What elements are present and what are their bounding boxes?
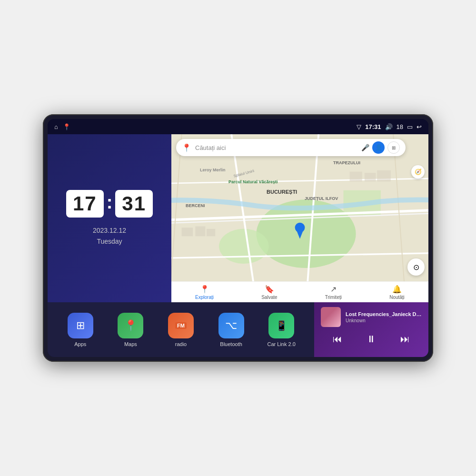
maps-icon: 📍 xyxy=(118,313,143,338)
news-label: Noutăți xyxy=(389,295,405,300)
carlink-label: Car Link 2.0 xyxy=(268,341,296,347)
svg-point-2 xyxy=(219,229,269,264)
share-label: Trimiteți xyxy=(325,295,342,300)
map-nav-bar: 📍 Explorați 🔖 Salvate ↗ Trimiteți 🔔 xyxy=(171,281,428,302)
map-nav-share[interactable]: ↗ Trimiteți xyxy=(325,285,342,300)
music-top: Lost Frequencies_Janieck Devy-... Unknow… xyxy=(321,307,422,327)
account-icon[interactable]: 👤 xyxy=(372,141,385,154)
radio-label: radio xyxy=(175,341,187,347)
location-icon: ⊙ xyxy=(413,263,419,272)
svg-rect-14 xyxy=(207,229,215,237)
map-search-bar[interactable]: 📍 Căutați aici 🎤 👤 ⊞ xyxy=(176,139,406,156)
explore-label: Explorați xyxy=(195,295,214,300)
saved-icon: 🔖 xyxy=(265,285,274,294)
music-controls: ⏮ ⏸ ⏭ xyxy=(321,332,422,347)
volume-icon: 🔊 xyxy=(385,123,393,130)
album-art xyxy=(321,307,341,327)
svg-rect-16 xyxy=(365,173,376,181)
location-button[interactable]: ⊙ xyxy=(407,258,425,276)
device-frame: ⌂ 📍 ▽ 17:31 🔊 18 ▭ ↩ 17 : xyxy=(43,114,433,362)
clock-hours: 17 xyxy=(66,190,104,218)
bluetooth-label: Bluetooth xyxy=(220,341,242,347)
explore-icon: 📍 xyxy=(200,285,209,294)
app-item-radio[interactable]: FM radio xyxy=(167,313,195,347)
map-search-icons: 🎤 👤 ⊞ xyxy=(361,141,400,154)
home-icon[interactable]: ⌂ xyxy=(54,123,58,130)
clock-colon: : xyxy=(107,192,113,213)
bluetooth-icon: ⌥ xyxy=(218,313,244,338)
app-item-maps[interactable]: 📍 Maps xyxy=(116,313,145,347)
status-time: 17:31 xyxy=(365,123,381,130)
svg-rect-13 xyxy=(195,226,205,236)
main-content: 17 : 31 2023.12.12 Tuesday xyxy=(48,134,428,357)
app-item-apps[interactable]: ⊞ Apps xyxy=(66,313,95,347)
map-nav-news[interactable]: 🔔 Noutăți xyxy=(389,285,405,300)
map-nav-saved[interactable]: 🔖 Salvate xyxy=(261,285,277,300)
clock-panel: 17 : 31 2023.12.12 Tuesday xyxy=(48,134,171,302)
back-icon[interactable]: ↩ xyxy=(416,123,422,130)
map-label-bucuresti: BUCUREȘTI xyxy=(267,189,297,195)
clock-minutes: 31 xyxy=(115,190,153,218)
apps-area: ⊞ Apps 📍 Maps FM radio xyxy=(48,302,314,357)
compass-icon[interactable]: 🧭 xyxy=(411,165,425,178)
google-maps-pin-icon: 📍 xyxy=(182,143,191,152)
map-label-parc: Parcul Natural Văcărești xyxy=(228,179,278,184)
device-screen: ⌂ 📍 ▽ 17:31 🔊 18 ▭ ↩ 17 : xyxy=(48,119,428,357)
share-icon: ↗ xyxy=(330,285,337,294)
play-pause-button[interactable]: ⏸ xyxy=(363,332,380,347)
maps-status-icon[interactable]: 📍 xyxy=(63,123,70,130)
maps-label: Maps xyxy=(124,341,137,347)
music-player: Lost Frequencies_Janieck Devy-... Unknow… xyxy=(314,302,428,357)
grid-icon[interactable]: ⊞ xyxy=(387,141,400,154)
top-section: 17 : 31 2023.12.12 Tuesday xyxy=(48,134,428,302)
status-bar: ⌂ 📍 ▽ 17:31 🔊 18 ▭ ↩ xyxy=(48,119,428,134)
clock-display: 17 : 31 xyxy=(66,190,153,218)
svg-rect-15 xyxy=(350,171,362,181)
carlink-icon: 📱 xyxy=(268,313,294,338)
radio-icon-bg: FM xyxy=(168,313,194,338)
battery-icon: ▭ xyxy=(407,123,413,130)
svg-rect-17 xyxy=(377,170,391,182)
voice-search-icon[interactable]: 🎤 xyxy=(361,144,369,151)
saved-label: Salvate xyxy=(261,295,277,300)
map-label-trapezului: TRAPEZULUI xyxy=(333,160,360,165)
map-terrain xyxy=(171,134,428,302)
status-left-icons: ⌂ 📍 xyxy=(54,123,70,130)
status-right-info: ▽ 17:31 🔊 18 ▭ ↩ xyxy=(357,123,422,130)
map-panel[interactable]: 📍 Căutați aici 🎤 👤 ⊞ xyxy=(171,134,428,302)
bottom-section: ⊞ Apps 📍 Maps FM radio xyxy=(48,302,428,357)
signal-icon: ▽ xyxy=(357,123,361,130)
battery-level: 18 xyxy=(397,123,403,130)
apps-icon: ⊞ xyxy=(68,313,93,338)
music-artist: Unknown xyxy=(346,318,422,323)
svg-rect-12 xyxy=(182,228,193,236)
next-button[interactable]: ⏭ xyxy=(397,332,414,347)
app-item-carlink[interactable]: 📱 Car Link 2.0 xyxy=(267,313,296,347)
prev-button[interactable]: ⏮ xyxy=(329,332,346,347)
map-nav-explore[interactable]: 📍 Explorați xyxy=(195,285,214,300)
map-label-ilfov: JUDEȚUL ILFOV xyxy=(305,196,338,201)
news-icon: 🔔 xyxy=(392,285,402,294)
music-title: Lost Frequencies_Janieck Devy-... xyxy=(346,311,422,317)
map-search-text[interactable]: Căutați aici xyxy=(195,144,357,151)
apps-label: Apps xyxy=(74,341,86,347)
music-info: Lost Frequencies_Janieck Devy-... Unknow… xyxy=(346,311,422,323)
map-label-berceni: BERCENI xyxy=(186,203,205,208)
clock-date: 2023.12.12 Tuesday xyxy=(93,225,126,247)
album-art-image xyxy=(321,307,341,327)
app-item-bluetooth[interactable]: ⌥ Bluetooth xyxy=(217,313,246,347)
map-label-leroy: Leroy Merlin xyxy=(200,168,226,172)
